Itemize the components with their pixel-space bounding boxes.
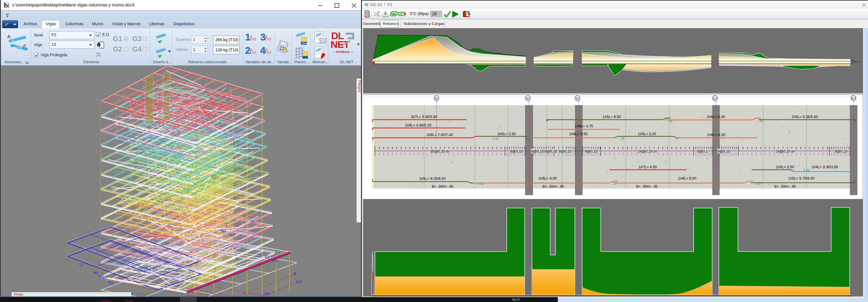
svg-text:2#6L= 8.00: 2#6L= 8.00 xyxy=(538,176,557,180)
svg-text:O1: O1 xyxy=(256,253,261,257)
svg-text:9@0.10: 9@0.10 xyxy=(717,149,730,154)
svg-text:35@0.20 m: 35@0.20 m xyxy=(430,149,449,154)
svg-text:B= .30H= .45: B= .30H= .45 xyxy=(432,184,453,189)
svg-text:2#6L= 8.50: 2#6L= 8.50 xyxy=(678,176,696,180)
svg-text:M3: M3 xyxy=(102,276,107,280)
svg-text:.75: .75 xyxy=(758,120,763,123)
svg-text:2#5L= 6.25/6.50: 2#5L= 6.25/6.50 xyxy=(420,177,446,181)
svg-text:N1: N1 xyxy=(250,219,255,223)
svg-text:.74: .74 xyxy=(668,120,672,123)
svg-text:1.07: 1.07 xyxy=(493,137,499,140)
svg-text:M3: M3 xyxy=(221,229,226,233)
svg-text:.17: .17 xyxy=(675,137,679,140)
svg-text:24@0.20 m: 24@0.20 m xyxy=(776,149,795,154)
svg-text:1#5L= 3.20: 1#5L= 3.20 xyxy=(638,132,656,136)
svg-text:2#8L= 4.85/5.25: 2#8L= 4.85/5.25 xyxy=(405,123,432,127)
svg-text:M1: M1 xyxy=(93,271,98,275)
svg-text:R: R xyxy=(294,272,296,276)
svg-text:P2: P2 xyxy=(273,259,277,263)
svg-text:2#6L= 5.45: 2#6L= 5.45 xyxy=(707,115,725,119)
svg-text:8A: 8A xyxy=(435,97,438,100)
svg-text:11A: 11A xyxy=(264,291,270,296)
svg-text:N1: N1 xyxy=(229,233,234,237)
svg-text:11A: 11A xyxy=(713,97,718,100)
svg-text:9@0.10: 9@0.10 xyxy=(531,149,544,154)
svg-text:L1: L1 xyxy=(80,262,84,267)
svg-text:9C: 9C xyxy=(576,97,579,100)
svg-text:24@0.20 m: 24@0.20 m xyxy=(638,149,657,154)
svg-text:B= .30H= .45: B= .30H= .45 xyxy=(636,184,658,189)
svg-text:9@0.10: 9@0.10 xyxy=(835,149,847,154)
svg-text:A: A xyxy=(7,34,11,39)
svg-text:B= .30H= .45: B= .30H= .45 xyxy=(774,184,796,189)
svg-text:9@0.10: 9@0.10 xyxy=(559,149,571,154)
svg-text:9@0.10: 9@0.10 xyxy=(510,149,523,154)
svg-text:1.13: 1.13 xyxy=(477,182,484,186)
svg-text:A': A' xyxy=(23,43,26,48)
svg-text:3#5L= 2.50: 3#5L= 2.50 xyxy=(498,132,516,136)
svg-text:12A: 12A xyxy=(296,279,302,284)
svg-text:.44: .44 xyxy=(524,137,528,140)
svg-text:3#7L= 5.45/5.80: 3#7L= 5.45/5.80 xyxy=(411,115,437,119)
svg-text:B= .30H= .45: B= .30H= .45 xyxy=(542,184,564,189)
svg-text:2#4L= 3.30/3.50: 2#4L= 3.30/3.50 xyxy=(812,165,838,169)
svg-text:1#5L= 6.90: 1#5L= 6.90 xyxy=(603,115,621,119)
svg-text:9@0.10: 9@0.10 xyxy=(585,149,597,154)
svg-text:9A: 9A xyxy=(526,97,530,100)
svg-text:P1: P1 xyxy=(265,255,269,259)
svg-text:1#6L= 4.30: 1#6L= 4.30 xyxy=(707,133,725,137)
svg-text:12A: 12A xyxy=(851,97,857,100)
svg-text:1#6L= 3.75: 1#6L= 3.75 xyxy=(575,124,593,128)
svg-text:.75: .75 xyxy=(620,137,624,140)
svg-text:1#5L= 5.75/6.00: 1#5L= 5.75/6.00 xyxy=(788,176,815,180)
svg-text:1#7L= 4.00: 1#7L= 4.00 xyxy=(639,165,657,169)
svg-text:1.32: 1.32 xyxy=(803,168,809,172)
svg-text:9@0.1: 9@0.1 xyxy=(697,149,708,154)
svg-text:1.20: 1.20 xyxy=(755,181,761,185)
svg-text:.85: .85 xyxy=(612,181,616,185)
svg-text:N1: N1 xyxy=(108,280,114,284)
svg-text:2#6L= 5.50: 2#6L= 5.50 xyxy=(569,132,588,136)
svg-text:DWG: DWG xyxy=(302,42,307,44)
svg-text:2#8L= 7.00/7.40: 2#8L= 7.00/7.40 xyxy=(427,133,453,137)
svg-text:1: 1 xyxy=(131,291,133,296)
svg-text:2#5L= 5.35/5.60: 2#5L= 5.35/5.60 xyxy=(792,115,818,119)
svg-text:1#5L= 3.50: 1#5L= 3.50 xyxy=(776,165,794,169)
